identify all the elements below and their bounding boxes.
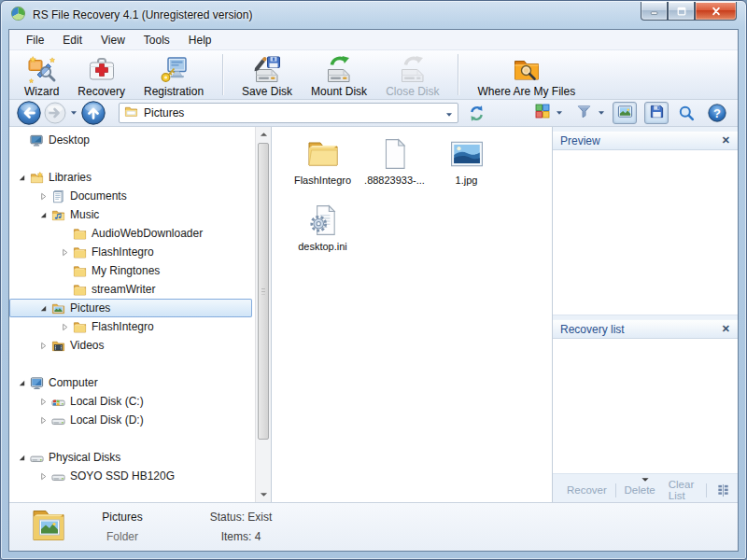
tree-item-label: Music — [67, 208, 99, 221]
file-item-flashintegro[interactable]: FlashIntegro — [288, 132, 358, 186]
expander-icon[interactable] — [36, 342, 49, 350]
preview-close-icon[interactable]: ✕ — [722, 134, 730, 147]
help-button[interactable]: ? — [708, 104, 726, 122]
toggle-preview-panel-button[interactable] — [613, 102, 637, 124]
address-dropdown-icon[interactable] — [445, 105, 453, 121]
recover-button[interactable]: Recover — [560, 484, 613, 496]
tree-item-label: streamWriter — [89, 283, 155, 296]
where-are-my-files-icon — [512, 54, 542, 85]
folder-tree-panel: DesktopLibrariesDocumentsMusicAudioWebDo… — [9, 127, 272, 502]
tree-item-local-disk-d[interactable]: Local Disk (D:) — [9, 411, 252, 429]
tree-item-label: Local Disk (C:) — [67, 395, 144, 408]
filter-button[interactable] — [576, 104, 605, 123]
tree-item-label: AudioWebDownloader — [89, 227, 203, 240]
disk-c-icon — [49, 395, 67, 409]
tree-item-label: FlashIntegro — [89, 320, 154, 333]
collapse-arrow-icon[interactable] — [641, 469, 650, 486]
expander-icon[interactable] — [36, 472, 49, 481]
grid-view-icon[interactable] — [716, 483, 730, 497]
recovery-panel-header: Recovery list ✕ — [553, 319, 738, 339]
refresh-button[interactable] — [468, 105, 486, 122]
recovery-button[interactable]: Recovery — [69, 51, 134, 98]
tree-item-flashintegro[interactable]: FlashIntegro — [9, 243, 252, 261]
toolbar-button-label: Save Disk — [242, 85, 292, 98]
pictures-icon — [49, 301, 67, 315]
tree-item-label: Physical Disks — [46, 451, 120, 464]
recovery-close-icon[interactable]: ✕ — [722, 323, 730, 335]
search-button[interactable] — [678, 105, 695, 121]
tree-item-streamwriter[interactable]: streamWriter — [9, 280, 252, 299]
address-bar[interactable]: Pictures — [119, 103, 458, 123]
tree-item-my-ringtones[interactable]: My Ringtones — [9, 261, 252, 280]
delete-button[interactable]: Delete — [617, 484, 661, 496]
expander-icon[interactable] — [36, 398, 49, 406]
expander-icon[interactable] — [15, 174, 28, 182]
menu-item-file[interactable]: File — [17, 31, 53, 49]
views-dropdown-icon[interactable] — [556, 110, 563, 116]
tree-item-desktop[interactable]: Desktop — [9, 131, 252, 149]
up-button[interactable] — [81, 101, 106, 125]
expander-icon[interactable] — [36, 304, 49, 313]
file-item-desktop-ini[interactable]: desktop.ini — [288, 198, 358, 252]
history-dropdown-icon[interactable] — [70, 110, 78, 116]
tree-item-audiowebdownloader[interactable]: AudioWebDownloader — [9, 224, 252, 243]
tree-item-soyo-ssd-hb120g[interactable]: SOYO SSD HB120G — [9, 467, 252, 485]
menu-item-edit[interactable]: Edit — [53, 31, 92, 49]
back-button[interactable] — [17, 101, 41, 125]
tree-item-videos[interactable]: Videos — [9, 336, 252, 355]
menu-item-view[interactable]: View — [92, 31, 134, 49]
mount-disk-button[interactable]: Mount Disk — [303, 51, 375, 98]
recovery-list-body — [553, 339, 738, 474]
toggle-recovery-list-button[interactable] — [644, 102, 669, 124]
save-disk-button[interactable]: Save Disk — [233, 51, 301, 98]
disk-icon — [28, 451, 46, 465]
expander-icon[interactable] — [15, 379, 28, 387]
menu-item-tools[interactable]: Tools — [134, 31, 179, 49]
recovery-icon — [87, 54, 117, 85]
scroll-down-icon[interactable] — [256, 487, 271, 502]
expander-icon[interactable] — [58, 248, 71, 257]
expander-icon[interactable] — [36, 211, 49, 219]
close-button[interactable] — [695, 2, 737, 21]
tree-item-pictures[interactable]: Pictures — [9, 299, 252, 317]
file-item-88823933[interactable]: .88823933-... — [359, 132, 430, 186]
divider — [706, 483, 707, 497]
tree-item-local-disk-c[interactable]: Local Disk (C:) — [9, 392, 252, 411]
minimize-button[interactable] — [641, 2, 668, 21]
image-large-icon — [450, 132, 484, 171]
where-are-my-files-button[interactable]: Where Are My Files — [469, 51, 584, 98]
documents-icon — [49, 189, 67, 203]
svg-text:?: ? — [713, 106, 721, 120]
expander-icon[interactable] — [15, 454, 28, 462]
expander-icon[interactable] — [36, 192, 49, 201]
scroll-up-icon[interactable] — [256, 127, 271, 142]
app-window: RS File Recovery 4.1 (Unregistered versi… — [0, 0, 747, 560]
tree-item-label: Documents — [67, 189, 127, 203]
close-disk-icon — [398, 54, 428, 85]
tree-item-documents[interactable]: Documents — [9, 187, 252, 205]
file-item-1-jpg[interactable]: 1.jpg — [431, 132, 501, 186]
filter-dropdown-icon[interactable] — [598, 110, 605, 116]
tree-item-label: Local Disk (D:) — [67, 413, 144, 427]
folder-icon — [71, 245, 89, 259]
expander-icon[interactable] — [58, 323, 71, 331]
navigation-bar: Pictures ? — [9, 100, 738, 127]
close-disk-button[interactable]: Close Disk — [377, 51, 447, 98]
tree-item-computer[interactable]: Computer — [9, 373, 252, 392]
tree-scrollbar[interactable] — [255, 127, 271, 502]
tree-item-physical-disks[interactable]: Physical Disks — [9, 448, 252, 467]
tree-item-flashintegro[interactable]: FlashIntegro — [9, 317, 252, 336]
tree-item-music[interactable]: Music — [9, 205, 252, 224]
tree-item-libraries[interactable]: Libraries — [9, 168, 252, 187]
view-mode-button[interactable] — [535, 104, 563, 122]
file-grid: FlashIntegro.88823933-...1.jpgdesktop.in… — [288, 132, 510, 264]
expander-icon[interactable] — [36, 416, 49, 425]
clear-list-button[interactable]: Clear List — [662, 479, 705, 501]
content-area: DesktopLibrariesDocumentsMusicAudioWebDo… — [9, 127, 738, 502]
menu-item-help[interactable]: Help — [179, 31, 221, 49]
wizard-button[interactable]: Wizard — [16, 51, 67, 98]
forward-button[interactable] — [44, 102, 66, 124]
maximize-button[interactable] — [668, 2, 695, 21]
scrollbar-thumb[interactable] — [258, 143, 269, 440]
registration-button[interactable]: Registration — [135, 51, 212, 98]
